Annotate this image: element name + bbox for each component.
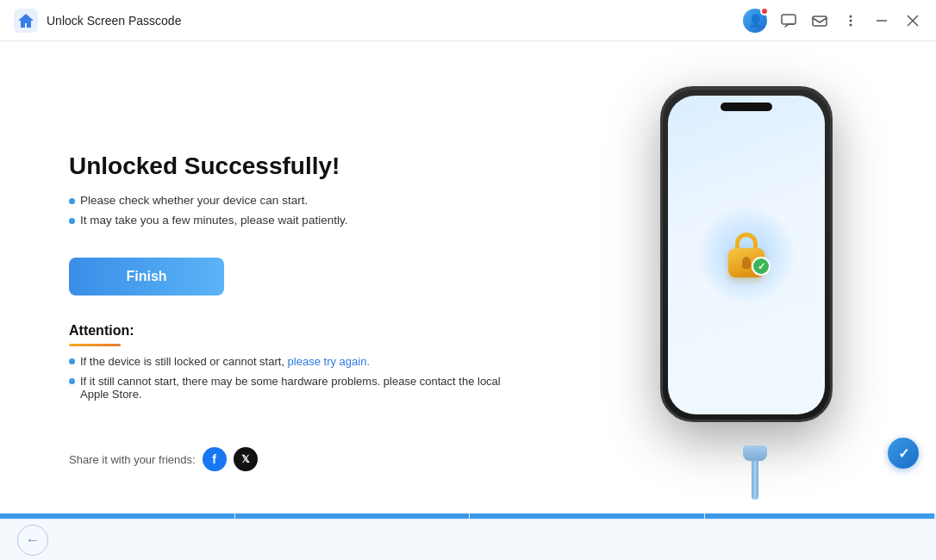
usb-cable [743, 445, 767, 500]
svg-point-3 [850, 15, 852, 17]
glow-circle: ✓ [699, 208, 794, 302]
attention-dot-1 [69, 358, 75, 364]
check-badge: ✓ [752, 257, 771, 276]
unlock-icon: ✓ [699, 208, 794, 302]
attention-item-2: If it still cannot start, there may be s… [69, 375, 522, 401]
svg-point-4 [850, 19, 852, 22]
title-bar: Unlock Screen Passcode 👤 [0, 0, 936, 41]
right-panel: ✓ [574, 41, 936, 519]
phone-illustration: ✓ [660, 86, 850, 448]
facebook-share-button[interactable]: f [203, 447, 227, 471]
home-icon[interactable] [14, 9, 38, 33]
svg-point-5 [850, 23, 852, 26]
share-label: Share it with your friends: [69, 453, 196, 466]
bullet-dot-1 [69, 198, 75, 204]
info-bullets: Please check whether your device can sta… [69, 194, 522, 233]
usb-wire [752, 461, 758, 500]
progress-bar [0, 513, 936, 519]
title-bar-text: Unlock Screen Passcode [47, 14, 734, 28]
progress-seg-2 [235, 513, 470, 519]
attention-item-1: If the device is still locked or cannot … [69, 355, 522, 368]
usb-connector [743, 445, 767, 461]
attention-bullets: If the device is still locked or cannot … [69, 355, 522, 408]
share-bar: Share it with your friends: f 𝕏 [69, 447, 258, 471]
finish-button[interactable]: Finish [69, 258, 224, 296]
bottom-nav: ← [0, 519, 936, 560]
svg-rect-1 [782, 15, 796, 24]
phone-button-left-2 [660, 192, 662, 235]
minimize-button[interactable] [872, 11, 891, 30]
phone-screen: ✓ [668, 96, 825, 414]
chat-icon[interactable] [779, 11, 798, 30]
left-panel: Unlocked Successfully! Please check whet… [0, 41, 574, 519]
twitter-share-button[interactable]: 𝕏 [234, 447, 258, 471]
try-again-link[interactable]: please try again. [288, 355, 370, 368]
back-button[interactable]: ← [17, 525, 48, 556]
mail-icon[interactable] [810, 11, 829, 30]
bullet-text-1: Please check whether your device can sta… [80, 194, 308, 207]
progress-seg-3 [470, 513, 704, 519]
bullet-text-2: It may take you a few minutes, please wa… [80, 214, 347, 227]
success-title: Unlocked Successfully! [69, 152, 522, 180]
phone-button-right [831, 175, 833, 231]
phone-body: ✓ [660, 86, 833, 422]
attention-dot-2 [69, 378, 75, 384]
user-avatar[interactable]: 👤 [743, 9, 767, 33]
attention-text-2: If it still cannot start, there may be s… [80, 375, 522, 401]
attention-underline [69, 344, 121, 346]
svg-rect-2 [813, 16, 827, 26]
complete-badge: ✓ [888, 438, 919, 469]
phone-button-left-1 [660, 158, 662, 184]
notification-badge [760, 7, 769, 16]
bullet-item-2: It may take you a few minutes, please wa… [69, 214, 522, 227]
bullet-item-1: Please check whether your device can sta… [69, 194, 522, 207]
lock-keyhole [742, 257, 751, 269]
title-bar-controls: 👤 [743, 9, 922, 33]
bullet-dot-2 [69, 218, 75, 224]
progress-seg-4 [705, 513, 934, 519]
attention-text-1: If the device is still locked or cannot … [80, 355, 370, 368]
progress-seg-1 [0, 513, 234, 519]
phone-notch [721, 103, 772, 111]
main-content: Unlocked Successfully! Please check whet… [0, 41, 936, 519]
close-button[interactable] [903, 11, 922, 30]
menu-icon[interactable] [841, 11, 860, 30]
lock-icon: ✓ [724, 233, 769, 277]
attention-heading: Attention: [69, 323, 522, 339]
